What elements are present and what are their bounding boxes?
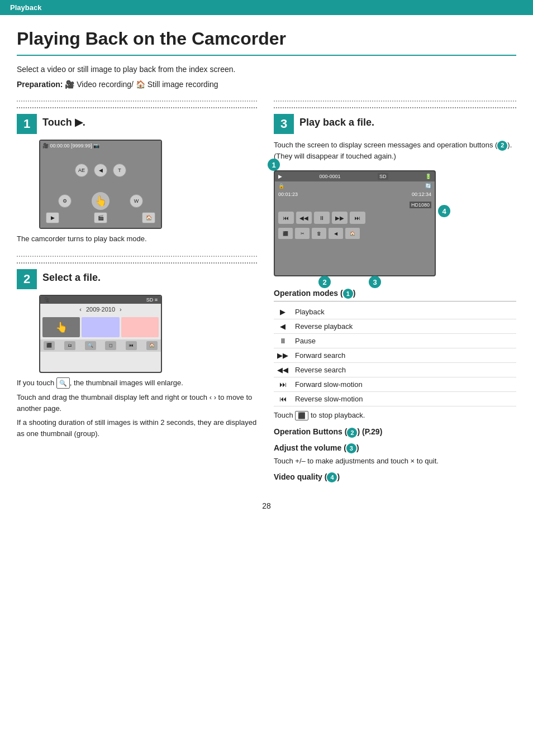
- video-quality-heading: Video quality (4): [274, 472, 516, 482]
- op-label-pause: Pause: [292, 334, 516, 348]
- op-row-fwd-slow: ⏭ Forward slow-motion: [274, 377, 516, 392]
- idx-btn-5[interactable]: ⏮: [126, 341, 137, 350]
- index-thumb-1[interactable]: 👆: [42, 317, 80, 337]
- step-1-header: 1 Touch ▶.: [17, 107, 257, 134]
- columns: 1 Touch ▶. 🎥 00:00:00 [9999:99] 📷 AE ◀: [17, 99, 516, 485]
- cam-video-btn[interactable]: 🎬: [94, 212, 107, 223]
- pb-quality-badge: SD: [378, 173, 388, 180]
- op-label-reverse: Reverse playback: [292, 319, 516, 334]
- pb-home-btn[interactable]: 🏠: [345, 228, 360, 239]
- step-2-caption2: Touch and drag the thumbnail display lef…: [17, 392, 257, 414]
- cam-settings-btn[interactable]: ⚙: [58, 194, 72, 208]
- op-icon-pause: ⏸: [274, 334, 292, 348]
- step-3-title: Play back a file.: [299, 114, 374, 129]
- step-2-number: 2: [17, 269, 37, 289]
- index-grid: 👆: [40, 315, 161, 339]
- pb-prev-btn[interactable]: ◀◀: [296, 212, 312, 224]
- pb-pause-btn[interactable]: ⏸: [314, 212, 330, 224]
- index-bottom-bar: ⬛ 🗂 🔍 ◻ ⏮ 🏠: [40, 339, 161, 352]
- pb-hd-label: HD1080: [275, 198, 435, 209]
- pb-top-bar: ▶ 000-0001 SD 🔋: [275, 171, 435, 181]
- index-icon-left: 🎥: [44, 297, 50, 303]
- pb-stop-btn[interactable]: ⬛: [278, 228, 293, 239]
- page-number: 28: [17, 501, 516, 510]
- pb-lock-icon: 🔒: [278, 183, 284, 189]
- callout-1: 1: [268, 159, 280, 171]
- left-column: 1 Touch ▶. 🎥 00:00:00 [9999:99] 📷 AE ◀: [17, 99, 257, 485]
- pb-hd-badge: HD1080: [410, 202, 431, 208]
- pb-middle: 🔒 🔄: [275, 181, 435, 190]
- cam-timestamp: 🎥 00:00:00 [9999:99] 📷: [42, 143, 99, 149]
- callout-3: 3: [369, 276, 381, 288]
- step-1-caption: The camcorder turns to play back mode.: [17, 233, 257, 245]
- index-prev-arrow[interactable]: ‹: [79, 306, 82, 313]
- op-row-reverse: ◀ Reverse playback: [274, 319, 516, 334]
- op-row-fwd-search: ▶▶ Forward search: [274, 348, 516, 363]
- op-icon-rev-search: ◀◀: [274, 363, 292, 377]
- camera-screen-inner: 🎥 00:00:00 [9999:99] 📷 AE ◀ T ⚙ 👆 W: [40, 141, 161, 228]
- cam-play-btn[interactable]: ▶: [46, 212, 59, 223]
- playback-screen: ▶ 000-0001 SD 🔋 🔒 🔄 00:01:23 00:12:34: [274, 170, 436, 276]
- idx-btn-1[interactable]: ⬛: [44, 341, 55, 350]
- header-label: Playback: [10, 3, 41, 12]
- cam-row2: ⚙ 👆 W: [42, 192, 159, 210]
- index-sd-icon: SD ≡: [146, 297, 158, 303]
- idx-btn-6[interactable]: 🏠: [146, 341, 158, 350]
- callout-4: 4: [438, 205, 450, 217]
- cam-home-btn[interactable]: 🏠: [142, 212, 155, 223]
- callout-2-inline: 2: [497, 141, 507, 151]
- cam-middle: AE ◀ T: [42, 149, 159, 192]
- index-next-arrow[interactable]: ›: [120, 306, 122, 313]
- operation-modes-table: ▶ Playback ◀ Reverse playback ⏸ Pause ▶▶…: [274, 305, 516, 406]
- step-1-camera-screen: 🎥 00:00:00 [9999:99] 📷 AE ◀ T ⚙ 👆 W: [39, 140, 162, 229]
- prep-icons: 🎥 Video recording/ 🏠 Still image recordi…: [65, 80, 218, 89]
- op-row-rev-slow: ⏮ Reverse slow-motion: [274, 392, 516, 406]
- pb-times: 00:01:23 00:12:34: [275, 190, 435, 198]
- pb-controls-row: ⏮ ◀◀ ⏸ ▶▶ ⏭: [275, 209, 435, 226]
- step-1-section: 1 Touch ▶. 🎥 00:00:00 [9999:99] 📷 AE ◀: [17, 101, 257, 245]
- cam-t-btn[interactable]: T: [113, 164, 126, 177]
- idx-btn-2[interactable]: 🗂: [64, 341, 75, 350]
- cam-prev-btn[interactable]: ◀: [94, 164, 107, 177]
- step-2-section: 2 Select a file. 🎥 SD ≡ ‹ 2009·2010 ›: [17, 256, 257, 439]
- step-2-caption3: If a shooting duration of still images i…: [17, 417, 257, 439]
- op-icon-reverse: ◀: [274, 319, 292, 334]
- pb-vol-btn[interactable]: ◀: [329, 228, 343, 239]
- step-3-caption1: Touch the screen to display screen messa…: [274, 140, 516, 161]
- op-callout-2: 2: [347, 428, 357, 438]
- idx-btn-4[interactable]: ◻: [105, 341, 116, 350]
- prep-label: Preparation:: [17, 80, 63, 89]
- hand-icon: 👆: [55, 321, 68, 333]
- step-2-header: 2 Select a file.: [17, 262, 257, 289]
- pb-edit-btn[interactable]: ✂: [295, 228, 310, 239]
- cam-w-btn[interactable]: W: [130, 194, 143, 208]
- index-thumb-3[interactable]: [121, 317, 159, 337]
- pb-delete-btn[interactable]: 🗑: [312, 228, 326, 239]
- step-3-section: 3 Play back a file. Touch the screen to …: [274, 101, 516, 482]
- step-3-number: 3: [274, 114, 294, 134]
- cam-ae-btn[interactable]: AE: [75, 164, 88, 177]
- intro-text: Select a video or still image to play ba…: [17, 64, 516, 75]
- right-column: 3 Play back a file. Touch the screen to …: [274, 99, 516, 485]
- step-3-header: 3 Play back a file.: [274, 107, 516, 134]
- step-2-title: Select a file.: [42, 269, 101, 284]
- playback-screen-wrapper: 1 ▶ 000-0001 SD 🔋 🔒 🔄: [274, 165, 436, 282]
- op-label-playback: Playback: [292, 305, 516, 319]
- stop-icon: ⬛: [295, 411, 308, 420]
- volume-text: Touch +/– to make adjustments and touch …: [274, 456, 516, 467]
- pb-fwd-btn[interactable]: ▶▶: [332, 212, 348, 224]
- pb-battery-icon: 🔋: [425, 174, 431, 179]
- cam-finger-icon: 👆: [92, 192, 110, 210]
- cam-bottom: ▶ 🎬 🏠: [42, 210, 159, 226]
- page-title: Playing Back on the Camcorder: [17, 28, 516, 56]
- op-label-rev-search: Reverse search: [292, 363, 516, 377]
- pb-bottom-row: ⬛ ✂ 🗑 ◀ 🏠: [275, 226, 435, 241]
- index-thumb-2[interactable]: [82, 317, 119, 337]
- step-1-title: Touch ▶.: [42, 114, 85, 129]
- op-row-pause: ⏸ Pause: [274, 334, 516, 348]
- pb-next-btn[interactable]: ⏭: [350, 212, 365, 224]
- pb-total: 00:12:34: [412, 192, 431, 197]
- idx-btn-3[interactable]: 🔍: [85, 341, 96, 350]
- zoom-icon: 🔍: [56, 377, 70, 389]
- pb-prev-prev-btn[interactable]: ⏮: [278, 212, 294, 224]
